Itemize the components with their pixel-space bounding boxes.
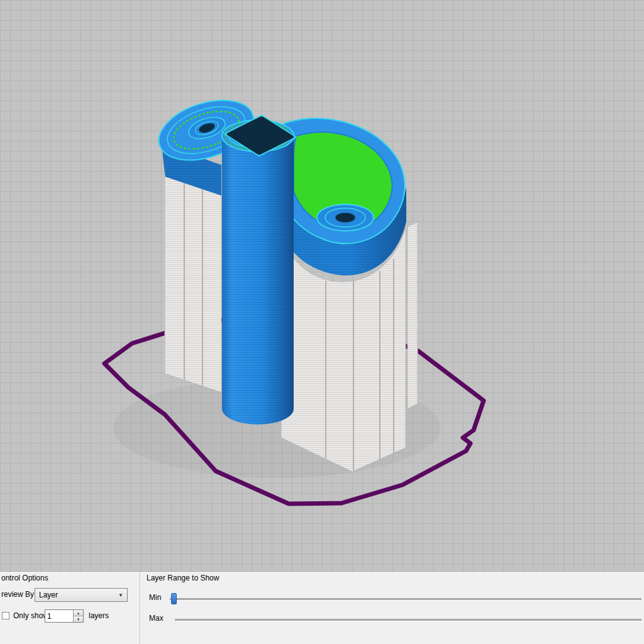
min-slider-handle[interactable] — [171, 593, 177, 604]
spin-up-icon: ▲ — [77, 611, 80, 615]
viewport-3d[interactable] — [0, 0, 644, 571]
spin-down-icon: ▼ — [77, 618, 80, 621]
max-layer-slider[interactable] — [175, 619, 641, 621]
spin-down-button[interactable]: ▼ — [74, 616, 83, 622]
max-slider-label: Max — [149, 614, 164, 623]
preview-by-select[interactable]: Layer ▼ — [35, 588, 128, 602]
layers-count-spinbox: ▲ ▼ — [45, 609, 84, 623]
layers-count-input[interactable] — [45, 610, 73, 622]
preview-control-panel: ontrol Options review By Layer ▼ Only sh… — [0, 571, 644, 644]
layers-label: layers — [89, 611, 109, 620]
layer-range-title: Layer Range to Show — [147, 574, 219, 582]
chevron-down-icon: ▼ — [118, 592, 123, 598]
only-show-label: Only show — [13, 611, 48, 620]
min-slider-label: Min — [149, 593, 161, 602]
model-right-plate-top — [281, 118, 405, 243]
preview-by-value: Layer — [39, 591, 116, 599]
control-options-title: ontrol Options — [1, 574, 48, 582]
only-show-checkbox[interactable] — [2, 612, 9, 619]
bolt-hole — [335, 213, 355, 223]
panel-separator — [140, 572, 141, 644]
preview-by-label: review By — [1, 590, 34, 599]
support-structure-left — [165, 176, 221, 392]
spin-up-button[interactable]: ▲ — [74, 610, 83, 616]
model-cylinder — [222, 115, 296, 425]
min-layer-slider[interactable] — [170, 598, 641, 601]
print-preview-scene — [0, 0, 644, 571]
